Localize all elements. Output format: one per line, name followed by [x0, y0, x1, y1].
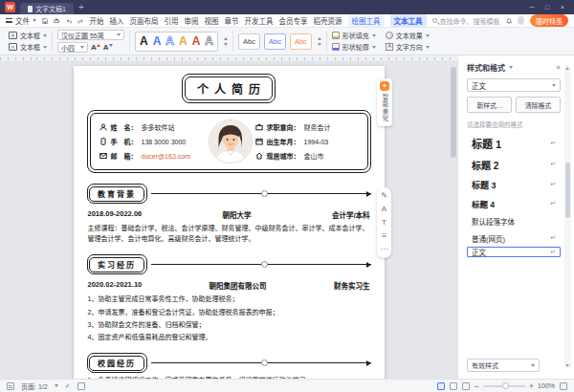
horizontal-ruler[interactable] [0, 55, 457, 62]
more-tools-icon[interactable]: ⋯ [381, 246, 388, 253]
education-row[interactable]: 2018.09-2022.06 朝阳大学 会计学/本科 [88, 209, 370, 220]
style-item-default-font[interactable]: 默认段落字体 [467, 212, 561, 229]
info-row-phone[interactable]: 手 机： 138 3000 3000 [99, 137, 207, 146]
education-courses[interactable]: 主修课程：基础会计学、税法、会计学原理、财务管理、中级财务会计、审计学、成本会计… [88, 223, 370, 244]
menu-item-dev-tools[interactable]: 开发工具 [245, 15, 274, 26]
internship-role[interactable]: 财务实习生 [334, 280, 370, 291]
list-item[interactable]: 2、申请发票，准备和登记会计凭证，协助处理税务报表的申报； [88, 307, 370, 317]
outline-view-icon[interactable] [450, 382, 457, 390]
shape-outline-button[interactable]: 形状轮廓 [332, 42, 376, 52]
zoom-out-button[interactable]: − [475, 382, 479, 390]
font-size-select[interactable]: 小四 [57, 42, 88, 53]
edit-pen-icon[interactable]: ✎ [381, 192, 387, 200]
current-style-box[interactable]: 正文 [467, 78, 561, 92]
vertical-textbox-button[interactable]: ᐱ 文本框 [9, 42, 47, 52]
file-menu[interactable]: 文件 [6, 15, 36, 26]
word-count-icon[interactable] [77, 382, 85, 390]
minimize-button[interactable]: ─ [525, 1, 539, 14]
education-period[interactable]: 2018.09-2022.06 [88, 209, 143, 220]
internship-row[interactable]: 2020.02-2021.10 朝阳集团有限公司 财务实习生 [88, 280, 370, 291]
undo-icon[interactable] [66, 17, 72, 25]
tab-drawing-tools[interactable]: 绘图工具 [348, 14, 385, 27]
document-scrollbar[interactable] [451, 65, 456, 373]
info-row-email[interactable]: 邮 箱： docer@163.com [99, 151, 207, 161]
internship-period[interactable]: 2020.02-2021.10 [88, 280, 143, 291]
account-avatar[interactable] [518, 16, 524, 25]
info-row-birth[interactable]: 出生年月： 1994-03 [255, 137, 359, 146]
menu-item-member[interactable]: 会员专享 [279, 15, 308, 26]
section-divider-line[interactable] [151, 362, 371, 363]
zoom-slider[interactable] [483, 385, 525, 387]
font-style-icon[interactable]: A [382, 206, 386, 213]
education-major[interactable]: 会计学/本科 [332, 209, 370, 220]
increase-font-icon[interactable]: A [91, 43, 100, 52]
personal-info-box[interactable]: 姓 名： 多多软件站 手 机： 138 3000 3000 邮 箱： docer… [87, 110, 371, 173]
info-row-city[interactable]: 现居城市： 金山市 [255, 151, 359, 161]
section-internship[interactable]: 实习经历 [87, 254, 371, 274]
zoom-in-button[interactable]: + [529, 382, 534, 390]
text-effect-button[interactable]: 文本效果 [386, 31, 430, 40]
gallery-scroll-buttons[interactable] [316, 37, 321, 46]
education-school[interactable]: 朝阳大学 [223, 209, 252, 220]
show-styles-select[interactable]: 有效样式 [467, 359, 540, 372]
smart-beautify-button[interactable]: ✦ 智能美化 [377, 78, 392, 126]
section-campus[interactable]: 校园经历 [87, 353, 371, 373]
wordart-gallery[interactable]: A A A A A A [135, 32, 218, 52]
tab-text-tools[interactable]: 文本工具 [390, 14, 427, 27]
resume-title[interactable]: 个人简历 [185, 76, 273, 100]
menu-item-review[interactable]: 审阅 [185, 15, 199, 26]
menu-item-docer[interactable]: 稻壳资源 [314, 15, 342, 26]
menu-item-home[interactable]: 开始 [90, 15, 104, 26]
menu-item-view[interactable]: 视图 [205, 15, 219, 26]
style-item-normal-web[interactable]: 普通(网页) ↵ [467, 229, 561, 247]
decrease-font-icon[interactable]: A [103, 43, 113, 52]
info-row-intent[interactable]: 求职意向： 财务会计 [255, 122, 359, 132]
info-row-name[interactable]: 姓 名： 多多软件站 [99, 122, 207, 132]
scroll-down-icon[interactable] [565, 364, 569, 367]
chevron-down-icon[interactable] [509, 66, 513, 69]
fit-window-icon[interactable] [560, 382, 567, 390]
list-tool-icon[interactable]: ≡ [382, 232, 386, 240]
scrollbar-thumb[interactable] [565, 163, 570, 218]
page-view-icon[interactable] [437, 382, 445, 390]
text-direction-button[interactable]: 文字方向 [386, 42, 430, 52]
scroll-up-icon[interactable] [565, 67, 569, 70]
style-item-heading2[interactable]: 标题 2 ↵ [467, 154, 561, 175]
shape-fill-button[interactable]: 形状填充 [332, 31, 376, 40]
section-divider-line[interactable] [151, 193, 371, 194]
section-divider-line[interactable] [151, 264, 371, 265]
wps-logo-icon[interactable]: W [5, 2, 15, 12]
new-style-button[interactable]: 新样式... [467, 97, 512, 113]
style-item-heading1[interactable]: 标题 1 ↵ [467, 132, 561, 154]
textbox-style-preset-2[interactable]: Abc [264, 33, 286, 50]
command-search[interactable]: 查找命令、搜索模板 [432, 16, 500, 26]
document-tab[interactable]: 文字文稿1 [20, 3, 74, 14]
text-tool-icon[interactable]: T [382, 219, 386, 227]
menu-item-insert[interactable]: 插入 [110, 15, 124, 26]
promo-button[interactable]: 限时特惠 [530, 14, 568, 27]
clear-format-button[interactable]: 清除格式 [516, 97, 561, 113]
menu-item-page-layout[interactable]: 页面布局 [130, 15, 159, 26]
list-item[interactable]: 3、协助财会文件的准备、归档和保管； [88, 319, 370, 330]
zoom-level[interactable]: 100% [538, 382, 555, 389]
maximize-button[interactable]: □ [541, 1, 554, 14]
spell-check-icon[interactable]: ✓ [65, 382, 71, 390]
redo-icon[interactable] [77, 17, 83, 25]
section-education[interactable]: 教育背景 [87, 184, 371, 204]
section-heading[interactable]: 校园经历 [89, 356, 144, 371]
page-layout-icon[interactable] [7, 382, 14, 390]
print-icon[interactable] [54, 17, 59, 25]
font-name-select[interactable]: 汉仪正圆 55简 [57, 30, 124, 40]
resume-title-box[interactable]: 个人简历 [182, 74, 276, 103]
list-item[interactable]: 4、固定资产和低值易耗品的登记和管理。 [88, 332, 370, 342]
menu-item-references[interactable]: 引用 [165, 15, 179, 26]
internship-company[interactable]: 朝阳集团有限公司 [210, 280, 267, 291]
style-item-body-selected[interactable]: 正文 ↵ [467, 247, 561, 257]
document-page[interactable]: 个人简历 姓 名： 多多软件站 手 机： 138 3000 3000 [74, 66, 385, 379]
section-heading[interactable]: 教育背景 [89, 186, 144, 202]
textbox-style-preset-1[interactable]: Abc [238, 33, 260, 50]
style-item-heading3[interactable]: 标题 3 ↵ [467, 175, 561, 194]
save-icon[interactable] [42, 17, 48, 25]
close-panel-icon[interactable]: × [556, 63, 561, 72]
textbox-style-preset-3[interactable]: Abc [290, 33, 312, 50]
